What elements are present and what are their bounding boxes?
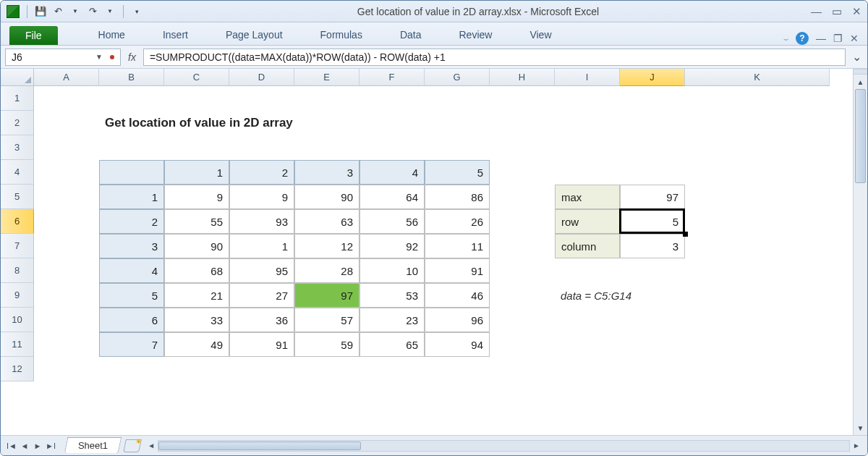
- row-header[interactable]: 2: [1, 111, 34, 135]
- data-cell[interactable]: 86: [425, 185, 490, 209]
- named-range-note[interactable]: data = C5:G14: [555, 283, 685, 308]
- redo-dropdown-icon[interactable]: ▼: [103, 4, 117, 19]
- row-header[interactable]: 11: [1, 332, 34, 357]
- scroll-right-icon[interactable]: ►: [850, 442, 863, 449]
- column-header[interactable]: K: [685, 69, 830, 86]
- tab-review[interactable]: Review: [449, 25, 503, 45]
- table-row-label[interactable]: 7: [99, 332, 164, 357]
- data-cell[interactable]: 46: [425, 283, 490, 308]
- data-cell[interactable]: 94: [425, 332, 490, 357]
- tab-formulas[interactable]: Formulas: [310, 25, 373, 45]
- table-row-label[interactable]: 6: [99, 308, 164, 332]
- sheet-nav-last-icon[interactable]: ►I: [44, 442, 57, 450]
- row-header[interactable]: 5: [1, 185, 34, 209]
- scroll-up-icon[interactable]: ▲: [854, 75, 867, 89]
- tab-data[interactable]: Data: [390, 25, 432, 45]
- data-cell[interactable]: 9: [229, 185, 294, 209]
- select-all-corner[interactable]: [1, 69, 34, 86]
- column-header[interactable]: I: [555, 69, 620, 86]
- workbook-restore-icon[interactable]: ❐: [833, 33, 843, 44]
- grid[interactable]: ABCDEFGHIJK 123456789101112 Get location…: [1, 69, 853, 435]
- formula-input[interactable]: =SUMPRODUCT((data=MAX(data))*ROW(data)) …: [143, 48, 846, 66]
- data-cell[interactable]: 23: [359, 308, 425, 332]
- column-header[interactable]: B: [99, 69, 164, 86]
- close-icon[interactable]: ✕: [852, 5, 861, 18]
- table-row-label[interactable]: 3: [99, 234, 164, 258]
- data-cell[interactable]: 92: [359, 234, 425, 258]
- row-header[interactable]: 6: [1, 209, 34, 234]
- summary-value[interactable]: 3: [620, 234, 685, 258]
- workbook-close-icon[interactable]: ✕: [850, 33, 859, 44]
- row-header[interactable]: 7: [1, 234, 34, 258]
- table-col-label[interactable]: 4: [359, 160, 425, 185]
- scroll-left-icon[interactable]: ◄: [145, 442, 158, 449]
- hscroll-track[interactable]: [158, 440, 850, 452]
- maximize-icon[interactable]: ▭: [832, 5, 842, 18]
- fx-icon[interactable]: fx: [125, 51, 139, 63]
- data-cell[interactable]: 1: [229, 234, 294, 258]
- data-cell[interactable]: 26: [425, 209, 490, 234]
- data-cell[interactable]: 91: [425, 258, 490, 283]
- summary-label[interactable]: row: [555, 209, 620, 234]
- data-cell[interactable]: 53: [359, 283, 425, 308]
- data-cell[interactable]: 63: [294, 209, 359, 234]
- summary-label[interactable]: column: [555, 234, 620, 258]
- row-header[interactable]: 3: [1, 135, 34, 160]
- vscroll-track[interactable]: [854, 89, 867, 421]
- sheet-nav-next-icon[interactable]: ►: [31, 442, 44, 450]
- column-header[interactable]: E: [294, 69, 359, 86]
- column-header[interactable]: G: [425, 69, 490, 86]
- formula-bar-expand-icon[interactable]: ⌄: [850, 50, 863, 64]
- undo-icon[interactable]: ↶: [51, 4, 65, 19]
- qat-customize-icon[interactable]: ▾: [129, 4, 144, 19]
- sheet-nav-first-icon[interactable]: I◄: [5, 442, 18, 450]
- tab-home[interactable]: Home: [88, 25, 135, 45]
- name-box[interactable]: J6 ▼: [5, 48, 121, 66]
- undo-dropdown-icon[interactable]: ▼: [68, 4, 82, 19]
- row-header[interactable]: 4: [1, 160, 34, 185]
- column-header[interactable]: H: [490, 69, 555, 86]
- table-col-label[interactable]: 2: [229, 160, 294, 185]
- data-cell[interactable]: 9: [164, 185, 229, 209]
- column-header[interactable]: C: [164, 69, 229, 86]
- data-cell[interactable]: 56: [359, 209, 425, 234]
- redo-icon[interactable]: ↷: [85, 4, 100, 19]
- vertical-scrollbar[interactable]: ▲ ▼: [853, 69, 867, 435]
- data-cell[interactable]: 90: [164, 234, 229, 258]
- table-row-label[interactable]: 4: [99, 258, 164, 283]
- data-cell[interactable]: 91: [229, 332, 294, 357]
- data-cell[interactable]: 65: [359, 332, 425, 357]
- horizontal-scrollbar[interactable]: ◄ ►: [145, 439, 863, 452]
- sheet-nav-prev-icon[interactable]: ◄: [18, 442, 31, 450]
- table-row-label[interactable]: 2: [99, 209, 164, 234]
- row-header[interactable]: 12: [1, 357, 34, 381]
- data-cell[interactable]: 28: [294, 258, 359, 283]
- column-header[interactable]: J: [620, 69, 685, 86]
- scroll-down-icon[interactable]: ▼: [854, 421, 867, 435]
- save-icon[interactable]: 💾: [33, 4, 48, 19]
- row-header[interactable]: 9: [1, 283, 34, 308]
- data-cell[interactable]: 93: [229, 209, 294, 234]
- column-header[interactable]: A: [34, 69, 99, 86]
- data-cell[interactable]: 64: [359, 185, 425, 209]
- data-cell[interactable]: 97: [294, 283, 359, 308]
- row-header[interactable]: 8: [1, 258, 34, 283]
- data-cell[interactable]: 11: [425, 234, 490, 258]
- data-cell[interactable]: 21: [164, 283, 229, 308]
- split-handle[interactable]: [854, 69, 867, 75]
- data-cell[interactable]: 36: [229, 308, 294, 332]
- minimize-icon[interactable]: ―: [811, 5, 822, 18]
- page-title[interactable]: Get location of value in 2D array: [99, 111, 490, 135]
- data-cell[interactable]: 12: [294, 234, 359, 258]
- data-cell[interactable]: 55: [164, 209, 229, 234]
- hscroll-thumb[interactable]: [158, 442, 361, 450]
- tab-view[interactable]: View: [519, 25, 561, 45]
- tab-insert[interactable]: Insert: [153, 25, 198, 45]
- data-cell[interactable]: 59: [294, 332, 359, 357]
- data-cell[interactable]: 10: [359, 258, 425, 283]
- summary-value[interactable]: 97: [620, 185, 685, 209]
- table-col-label[interactable]: 1: [164, 160, 229, 185]
- help-icon[interactable]: ?: [796, 32, 809, 45]
- data-cell[interactable]: 68: [164, 258, 229, 283]
- summary-value[interactable]: 5: [620, 209, 685, 234]
